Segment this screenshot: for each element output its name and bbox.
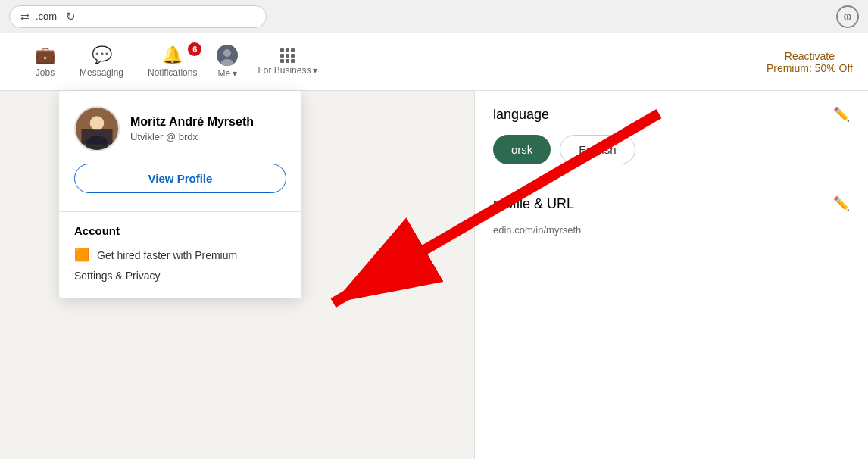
briefcase-icon: 💼	[35, 45, 55, 65]
chevron-down-icon: ▾	[233, 68, 237, 79]
nav-items: 💼 Jobs 💬 Messaging 🔔 6 Notifications Me	[23, 33, 329, 91]
messaging-icon: 💬	[92, 45, 112, 65]
main-content: Moritz André Myrseth Utvikler @ brdx Vie…	[0, 91, 868, 459]
bell-icon: 🔔	[162, 45, 183, 65]
language-norsk-button[interactable]: orsk	[493, 135, 551, 164]
for-business-label: For Business ▾	[258, 65, 317, 76]
profile-url-value: edin.com/in/myrseth	[493, 224, 850, 236]
svg-point-1	[223, 49, 231, 57]
right-panel: language ✏️ orsk English profile & URL ✏…	[474, 91, 868, 459]
notification-badge: 6	[188, 42, 201, 56]
settings-item[interactable]: Settings & Privacy	[74, 265, 286, 286]
browser-bar: ⇄ .com ↻ ⊕	[0, 0, 868, 33]
divider-1	[59, 211, 301, 212]
profile-url-edit-icon[interactable]: ✏️	[833, 195, 850, 212]
language-edit-icon[interactable]: ✏️	[833, 106, 850, 123]
translate-icon: ⇄	[20, 11, 30, 23]
grid-icon	[280, 48, 295, 63]
notifications-label: Notifications	[148, 67, 197, 78]
account-title: Account	[74, 224, 286, 237]
address-text: .com	[36, 11, 57, 22]
messaging-label: Messaging	[80, 67, 123, 78]
profile-title: Utvikler @ brdx	[130, 131, 286, 142]
profile-url-title: profile & URL	[493, 196, 574, 212]
premium-item[interactable]: 🟧 Get hired faster with Premium	[74, 245, 286, 265]
profile-url-header: profile & URL ✏️	[493, 195, 850, 212]
nav-item-notifications[interactable]: 🔔 6 Notifications	[136, 33, 209, 91]
me-label: Me ▾	[218, 68, 238, 79]
language-english-button[interactable]: English	[560, 135, 635, 164]
me-avatar	[217, 45, 238, 66]
account-section: Account 🟧 Get hired faster with Premium …	[59, 218, 301, 292]
premium-label: Get hired faster with Premium	[97, 249, 237, 261]
language-section-header: language ✏️	[493, 106, 850, 123]
reactivate-section[interactable]: Reactivate Premium: 50% Off	[767, 50, 853, 74]
nav-item-jobs[interactable]: 💼 Jobs	[23, 33, 67, 91]
nav-item-for-business[interactable]: For Business ▾	[245, 33, 329, 91]
reactivate-line1[interactable]: Reactivate	[767, 50, 853, 62]
jobs-label: Jobs	[36, 67, 55, 78]
address-bar[interactable]: ⇄ .com ↻	[9, 5, 267, 28]
profile-top: Moritz André Myrseth Utvikler @ brdx	[74, 106, 286, 151]
reload-icon[interactable]: ↻	[66, 10, 76, 23]
nav-item-me[interactable]: Me ▾	[209, 33, 245, 91]
profile-avatar	[74, 106, 120, 151]
premium-icon: 🟧	[74, 248, 89, 262]
dropdown-menu: Moritz André Myrseth Utvikler @ brdx Vie…	[59, 91, 301, 298]
reactivate-line2[interactable]: Premium: 50% Off	[767, 62, 853, 74]
chevron-down-icon-business: ▾	[313, 65, 317, 76]
download-icon: ⊕	[836, 5, 859, 28]
profile-url-section: profile & URL ✏️ edin.com/in/myrseth	[475, 180, 868, 251]
language-section: language ✏️ orsk English	[475, 91, 868, 180]
view-profile-button[interactable]: View Profile	[74, 164, 286, 193]
nav-item-messaging[interactable]: 💬 Messaging	[67, 33, 136, 91]
profile-section: Moritz André Myrseth Utvikler @ brdx Vie…	[59, 91, 301, 205]
profile-name: Moritz André Myrseth	[130, 115, 286, 129]
svg-point-5	[90, 116, 105, 130]
profile-info: Moritz André Myrseth Utvikler @ brdx	[130, 115, 286, 142]
linkedin-nav: 💼 Jobs 💬 Messaging 🔔 6 Notifications Me	[0, 33, 868, 91]
language-title: language	[493, 107, 549, 123]
avatar-image	[217, 45, 238, 66]
svg-rect-7	[81, 129, 112, 145]
language-options: orsk English	[493, 135, 850, 164]
